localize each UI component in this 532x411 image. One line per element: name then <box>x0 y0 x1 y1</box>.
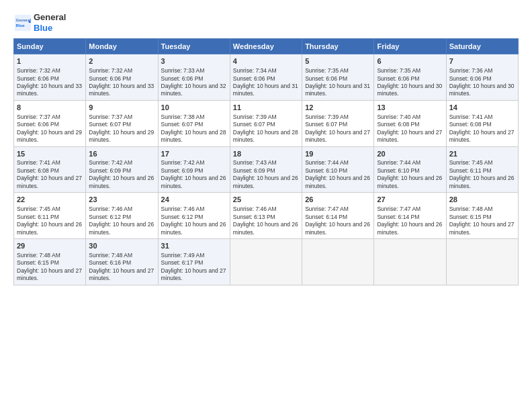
calendar-table: SundayMondayTuesdayWednesdayThursdayFrid… <box>13 38 519 285</box>
cell-week3-day0: 15Sunrise: 7:41 AMSunset: 6:08 PMDayligh… <box>14 146 86 193</box>
page: General Blue General Blue SundayMondayTu… <box>0 0 532 411</box>
header: General Blue General Blue <box>13 12 519 33</box>
header-row: SundayMondayTuesdayWednesdayThursdayFrid… <box>14 39 519 54</box>
day-number: 22 <box>17 195 83 205</box>
day-number: 30 <box>89 241 154 251</box>
cell-week2-day1: 9Sunrise: 7:37 AMSunset: 6:07 PMDaylight… <box>86 100 158 146</box>
cell-week3-day5: 20Sunrise: 7:44 AMSunset: 6:10 PMDayligh… <box>374 146 446 193</box>
cell-week1-day2: 3Sunrise: 7:33 AMSunset: 6:06 PMDaylight… <box>158 54 230 101</box>
svg-text:Blue: Blue <box>16 23 26 28</box>
day-number: 11 <box>233 103 299 113</box>
week-row-5: 29Sunrise: 7:48 AMSunset: 6:15 PMDayligh… <box>14 239 519 285</box>
cell-week5-day1: 30Sunrise: 7:48 AMSunset: 6:16 PMDayligh… <box>86 239 158 285</box>
day-number: 4 <box>233 56 299 66</box>
cell-week4-day4: 26Sunrise: 7:47 AMSunset: 6:14 PMDayligh… <box>302 193 374 239</box>
cell-week1-day5: 6Sunrise: 7:35 AMSunset: 6:06 PMDaylight… <box>374 54 446 101</box>
day-number: 12 <box>305 103 371 113</box>
logo-general: General <box>34 12 66 23</box>
cell-week4-day5: 27Sunrise: 7:47 AMSunset: 6:14 PMDayligh… <box>374 193 446 239</box>
day-number: 18 <box>233 149 299 159</box>
day-number: 24 <box>161 195 227 205</box>
day-number: 29 <box>17 241 83 251</box>
cell-week1-day4: 5Sunrise: 7:35 AMSunset: 6:06 PMDaylight… <box>302 54 374 101</box>
day-number: 31 <box>161 241 227 251</box>
header-sunday: Sunday <box>14 39 86 54</box>
day-number: 27 <box>377 195 443 205</box>
cell-week3-day2: 17Sunrise: 7:42 AMSunset: 6:09 PMDayligh… <box>158 146 230 193</box>
day-number: 17 <box>161 149 227 159</box>
day-number: 15 <box>17 149 83 159</box>
cell-week4-day2: 24Sunrise: 7:46 AMSunset: 6:12 PMDayligh… <box>158 193 230 239</box>
logo: General Blue General Blue <box>13 12 66 33</box>
cell-week1-day6: 7Sunrise: 7:36 AMSunset: 6:06 PMDaylight… <box>446 54 518 101</box>
day-number: 1 <box>17 56 83 66</box>
day-number: 20 <box>377 149 443 159</box>
header-friday: Friday <box>374 39 446 54</box>
cell-week3-day6: 21Sunrise: 7:45 AMSunset: 6:11 PMDayligh… <box>446 146 518 193</box>
day-number: 19 <box>305 149 371 159</box>
day-number: 25 <box>233 195 299 205</box>
header-saturday: Saturday <box>446 39 518 54</box>
cell-week5-day5 <box>374 239 446 285</box>
cell-week4-day0: 22Sunrise: 7:45 AMSunset: 6:11 PMDayligh… <box>14 193 86 239</box>
cell-week2-day6: 14Sunrise: 7:41 AMSunset: 6:08 PMDayligh… <box>446 100 518 146</box>
cell-week4-day3: 25Sunrise: 7:46 AMSunset: 6:13 PMDayligh… <box>230 193 302 239</box>
week-row-4: 22Sunrise: 7:45 AMSunset: 6:11 PMDayligh… <box>14 193 519 239</box>
day-number: 13 <box>377 103 443 113</box>
cell-week2-day3: 11Sunrise: 7:39 AMSunset: 6:07 PMDayligh… <box>230 100 302 146</box>
cell-week5-day2: 31Sunrise: 7:49 AMSunset: 6:17 PMDayligh… <box>158 239 230 285</box>
day-number: 6 <box>377 56 443 66</box>
cell-week1-day1: 2Sunrise: 7:32 AMSunset: 6:06 PMDaylight… <box>86 54 158 101</box>
cell-week4-day1: 23Sunrise: 7:46 AMSunset: 6:12 PMDayligh… <box>86 193 158 239</box>
day-number: 16 <box>89 149 154 159</box>
week-row-3: 15Sunrise: 7:41 AMSunset: 6:08 PMDayligh… <box>14 146 519 193</box>
cell-week3-day3: 18Sunrise: 7:43 AMSunset: 6:09 PMDayligh… <box>230 146 302 193</box>
logo-icon: General Blue <box>13 13 32 32</box>
cell-week5-day0: 29Sunrise: 7:48 AMSunset: 6:15 PMDayligh… <box>14 239 86 285</box>
cell-week2-day5: 13Sunrise: 7:40 AMSunset: 6:08 PMDayligh… <box>374 100 446 146</box>
week-row-1: 1Sunrise: 7:32 AMSunset: 6:06 PMDaylight… <box>14 54 519 101</box>
day-number: 23 <box>89 195 154 205</box>
cell-week1-day3: 4Sunrise: 7:34 AMSunset: 6:06 PMDaylight… <box>230 54 302 101</box>
cell-week5-day4 <box>302 239 374 285</box>
cell-week2-day2: 10Sunrise: 7:38 AMSunset: 6:07 PMDayligh… <box>158 100 230 146</box>
day-number: 7 <box>449 56 515 66</box>
day-number: 3 <box>161 56 227 66</box>
header-thursday: Thursday <box>302 39 374 54</box>
cell-week5-day3 <box>230 239 302 285</box>
day-number: 21 <box>449 149 515 159</box>
cell-week3-day4: 19Sunrise: 7:44 AMSunset: 6:10 PMDayligh… <box>302 146 374 193</box>
day-number: 9 <box>89 103 154 113</box>
header-tuesday: Tuesday <box>158 39 230 54</box>
week-row-2: 8Sunrise: 7:37 AMSunset: 6:06 PMDaylight… <box>14 100 519 146</box>
day-number: 28 <box>449 195 515 205</box>
day-number: 26 <box>305 195 371 205</box>
header-wednesday: Wednesday <box>230 39 302 54</box>
cell-week3-day1: 16Sunrise: 7:42 AMSunset: 6:09 PMDayligh… <box>86 146 158 193</box>
day-number: 5 <box>305 56 371 66</box>
day-number: 14 <box>449 103 515 113</box>
cell-week2-day0: 8Sunrise: 7:37 AMSunset: 6:06 PMDaylight… <box>14 100 86 146</box>
day-number: 10 <box>161 103 227 113</box>
cell-week1-day0: 1Sunrise: 7:32 AMSunset: 6:06 PMDaylight… <box>14 54 86 101</box>
cell-week4-day6: 28Sunrise: 7:48 AMSunset: 6:15 PMDayligh… <box>446 193 518 239</box>
day-number: 8 <box>17 103 83 113</box>
header-monday: Monday <box>86 39 158 54</box>
logo-blue: Blue <box>34 23 66 34</box>
cell-week5-day6 <box>446 239 518 285</box>
day-number: 2 <box>89 56 154 66</box>
cell-week2-day4: 12Sunrise: 7:39 AMSunset: 6:07 PMDayligh… <box>302 100 374 146</box>
